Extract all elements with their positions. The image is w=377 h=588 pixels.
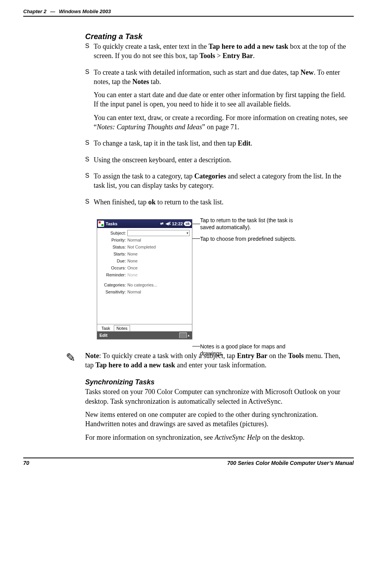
value-reminder[interactable]: None <box>127 273 190 277</box>
text: For more information on synchronization,… <box>85 434 214 441</box>
pda-bottom-tabs: Task Notes <box>97 324 192 331</box>
pda-titlebar: Tasks ⇄ ◀€ 12:22 ok <box>97 219 192 228</box>
value-categories[interactable]: No categories... <box>127 283 190 287</box>
chevron-down-icon: ▾ <box>187 231 188 235</box>
text: tab. <box>149 78 161 86</box>
keyboard-icon[interactable] <box>179 333 187 338</box>
text: To quickly create a task, enter text in … <box>94 43 209 50</box>
pda-clock: 12:22 <box>172 221 183 226</box>
value-status[interactable]: Not Completed <box>127 245 190 249</box>
figure-callouts: Tap to return to the task list (the task… <box>200 219 301 339</box>
label-categories: Categories: <box>99 283 127 287</box>
bullet-icon: S <box>85 171 94 194</box>
list-item: S To create a task with detailed informa… <box>85 68 350 136</box>
running-header: Chapter 2 — Windows Mobile 2003 <box>23 9 354 14</box>
header-separator: — <box>50 9 55 14</box>
text: ” on page 71. <box>202 123 239 131</box>
term-tools: Tools <box>199 52 215 60</box>
pda-menu-bar: Edit ▴ <box>97 331 192 339</box>
manual-page: Chapter 2 — Windows Mobile 2003 Creating… <box>0 0 377 478</box>
label-occurs: Occurs: <box>99 266 127 270</box>
label-subject: Subject: <box>99 231 127 235</box>
figure-tasks-screenshot: Tasks ⇄ ◀€ 12:22 ok Subject: ▾ Priority:… <box>85 219 350 339</box>
label-starts: Starts: <box>99 252 127 256</box>
header-rule <box>23 16 354 17</box>
value-sensitivity[interactable]: Normal <box>127 290 190 294</box>
xref-activesync-help: ActiveSync Help <box>214 434 260 441</box>
text: . <box>250 139 252 147</box>
label-priority: Priority: <box>99 238 127 242</box>
connectivity-icon[interactable]: ⇄ <box>160 221 163 226</box>
page-footer: 70 700 Series Color Mobile Computer User… <box>23 458 354 466</box>
list-item: S Using the onscreen keyboard, enter a d… <box>85 155 350 168</box>
term-new: New <box>301 69 314 76</box>
manual-title: 700 Series Color Mobile Computer User’s … <box>227 460 354 466</box>
paragraph: New items entered on one computer are co… <box>85 410 350 429</box>
term-edit: Edit <box>238 139 250 147</box>
text: . <box>253 52 255 60</box>
bullet-icon: S <box>85 155 94 168</box>
term-tap-add-task: Tap here to add a new task <box>96 361 175 369</box>
term-entry-bar: Entry Bar <box>223 52 253 60</box>
value-occurs[interactable]: Once <box>127 266 190 270</box>
list-item: S To quickly create a task, enter text i… <box>85 42 350 65</box>
value-starts[interactable]: None <box>127 252 190 256</box>
heading-sync-tasks: Synchronizing Tasks <box>85 378 350 386</box>
page-number: 70 <box>23 460 29 466</box>
list-item: S To change a task, tap it in the task l… <box>85 139 350 152</box>
page-content: Creating a Task S To quickly create a ta… <box>85 32 350 442</box>
paragraph: You can enter a start date and due date … <box>94 90 350 109</box>
label-sensitivity: Sensitivity: <box>99 290 127 294</box>
term-ok: ok <box>148 198 156 206</box>
list-item: S When finished, tap ok to return to the… <box>85 197 350 211</box>
callout-ok: Tap to return to the task list (the task… <box>200 217 301 231</box>
callout-subject: Tap to choose from predefined subjects. <box>200 235 296 242</box>
chapter-label: Chapter 2 <box>23 9 46 14</box>
text: > <box>215 52 223 60</box>
xref-notes-chapter: Notes: Capturing Thoughts and Ideas <box>97 123 202 131</box>
label-reminder: Reminder: <box>99 273 127 277</box>
chapter-title: Windows Mobile 2003 <box>59 9 111 14</box>
subject-dropdown[interactable]: ▾ <box>127 230 190 236</box>
bullet-icon: S <box>85 139 94 152</box>
label-due: Due: <box>99 259 127 263</box>
edit-menu[interactable]: Edit <box>99 333 108 338</box>
note-pencil-icon: ✎ <box>66 351 81 374</box>
paragraph: Using the onscreen keyboard, enter a des… <box>94 155 350 165</box>
heading-creating-task: Creating a Task <box>85 32 350 41</box>
bullet-icon: S <box>85 197 94 211</box>
bullet-icon: S <box>85 68 94 136</box>
pda-form: Subject: ▾ Priority: Normal Status: Not … <box>97 228 192 324</box>
text: on the desktop. <box>260 434 305 441</box>
tab-task[interactable]: Task <box>99 325 113 331</box>
text: to return to the task list. <box>156 198 223 206</box>
pda-app-title: Tasks <box>106 221 117 226</box>
text: To assign the task to a category, tap <box>94 172 194 180</box>
bullet-list: S To quickly create a task, enter text i… <box>85 42 350 211</box>
term-tap-add-task: Tap here to add a new task <box>209 43 288 50</box>
label-status: Status: <box>99 245 127 249</box>
tab-notes[interactable]: Notes <box>114 325 130 331</box>
start-flag-icon[interactable] <box>98 221 104 227</box>
paragraph: Tasks stored on your 700 Color Computer … <box>85 387 350 406</box>
value-priority[interactable]: Normal <box>127 238 190 242</box>
text: To create a task with detailed informati… <box>94 69 301 76</box>
callout-notes-tab: Notes is a good place for maps and drawi… <box>200 343 301 357</box>
text: When finished, tap <box>94 198 148 206</box>
sip-chevron-icon[interactable]: ▴ <box>188 333 190 337</box>
value-due[interactable]: None <box>127 259 190 263</box>
text: To change a task, tap it in the task lis… <box>94 139 238 147</box>
term-notes: Notes <box>132 78 149 86</box>
list-item: S To assign the task to a category, tap … <box>85 171 350 194</box>
bullet-icon: S <box>85 42 94 65</box>
text: and enter your task information. <box>175 361 267 369</box>
volume-icon[interactable]: ◀€ <box>166 221 171 226</box>
ok-button[interactable]: ok <box>184 221 191 226</box>
note-label: Note <box>85 352 99 360</box>
term-categories: Categories <box>194 172 226 180</box>
pda-screenshot: Tasks ⇄ ◀€ 12:22 ok Subject: ▾ Priority:… <box>97 219 192 339</box>
